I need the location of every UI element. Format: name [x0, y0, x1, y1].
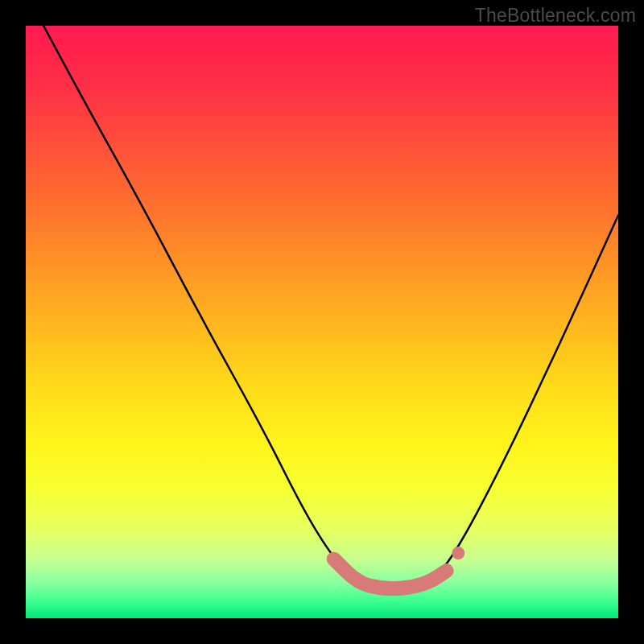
chart-plot-area: [26, 26, 618, 618]
chart-frame: TheBottleneck.com: [0, 0, 644, 644]
highlight-dot: [452, 547, 464, 559]
watermark-label: TheBottleneck.com: [475, 5, 636, 27]
chart-svg: [26, 26, 618, 618]
gradient-background: [26, 26, 618, 618]
